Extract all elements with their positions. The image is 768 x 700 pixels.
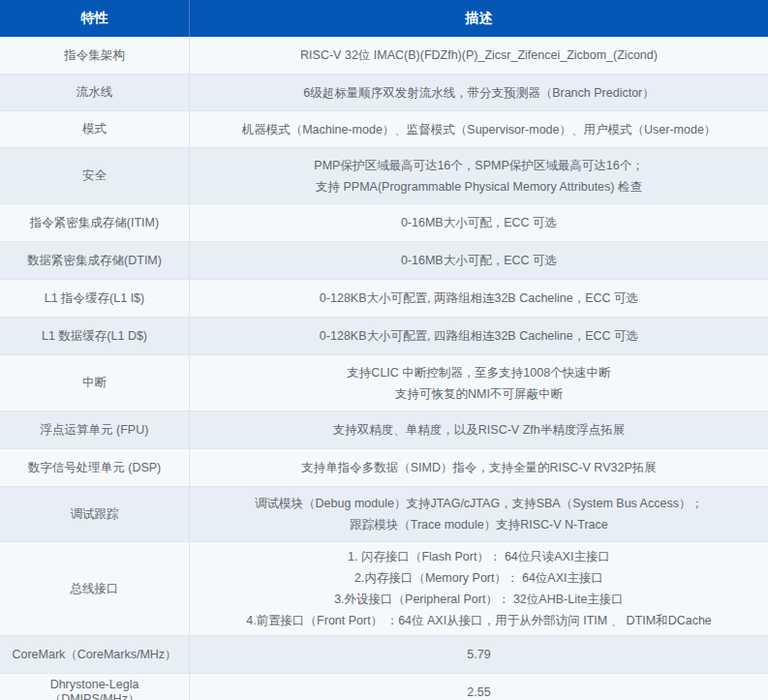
table-row: L1 指令缓存(L1 I$) 0-128KB大小可配置, 两路组相连32B Ca… bbox=[0, 280, 768, 318]
description-cell: PMP保护区域最高可达16个，SPMP保护区域最高可达16个；支持 PPMA(P… bbox=[190, 148, 768, 203]
feature-cell: Dhrystone-Legla（DMIPS/MHz） bbox=[0, 674, 190, 700]
description-line: 3.外设接口（Peripheral Port）： 32位AHB-Lite主接口 bbox=[334, 589, 624, 610]
description-cell: 0-128KB大小可配置, 两路组相连32B Cacheline，ECC 可选 bbox=[190, 280, 768, 317]
description-line: 支持单指令多数据（SIMD）指令，支持全量的RISC-V RV32P拓展 bbox=[301, 457, 656, 478]
description-line: 2.内存接口（Memory Port）： 64位AXI主接口 bbox=[354, 567, 603, 589]
table-row: 数字信号处理单元 (DSP) 支持单指令多数据（SIMD）指令，支持全量的RIS… bbox=[0, 449, 768, 487]
description-line: 0-128KB大小可配置, 两路组相连32B Cacheline，ECC 可选 bbox=[320, 288, 638, 309]
description-cell: 调试模块（Debug module）支持JTAG/cJTAG，支持SBA（Sys… bbox=[190, 487, 768, 541]
table-body: 指令集架构 RISC-V 32位 IMAC(B)(FDZfh)(P)_Zicsr… bbox=[0, 37, 768, 700]
feature-cell: 模式 bbox=[0, 111, 190, 147]
description-line: 0-16MB大小可配，ECC 可选 bbox=[401, 250, 557, 271]
feature-cell: 中断 bbox=[0, 355, 190, 411]
description-line: 0-128KB大小可配置, 四路组相连32B Cacheline，ECC 可选 bbox=[320, 325, 638, 347]
feature-cell: 安全 bbox=[0, 148, 190, 203]
description-cell: 支持CLIC 中断控制器，至多支持1008个快速中断支持可恢复的NMI不可屏蔽中… bbox=[190, 355, 768, 411]
feature-cell: 数字信号处理单元 (DSP) bbox=[0, 449, 190, 486]
feature-cell: 指令紧密集成存储(ITIM) bbox=[0, 204, 190, 241]
description-cell: 1. 闪存接口（Flash Port）： 64位只读AXI主接口2.内存接口（M… bbox=[190, 542, 768, 635]
table-row: 指令集架构 RISC-V 32位 IMAC(B)(FDZfh)(P)_Zicsr… bbox=[0, 37, 768, 75]
table-row: 模式 机器模式（Machine-mode）、监督模式（Supervisor-mo… bbox=[0, 111, 768, 148]
description-cell: 支持双精度、单精度，以及RISC-V Zfh半精度浮点拓展 bbox=[190, 411, 768, 448]
description-line: 4.前置接口（Front Port） ：64位 AXI从接口，用于从外部访问 I… bbox=[246, 610, 712, 631]
feature-cell: 指令集架构 bbox=[0, 37, 190, 74]
description-cell: 0-16MB大小可配，ECC 可选 bbox=[190, 242, 768, 279]
table-row: 浮点运算单元 (FPU) 支持双精度、单精度，以及RISC-V Zfh半精度浮点… bbox=[0, 411, 768, 449]
table-header-row: 特性 描述 bbox=[0, 0, 768, 37]
table-row: 安全 PMP保护区域最高可达16个，SPMP保护区域最高可达16个；支持 PPM… bbox=[0, 148, 768, 204]
description-cell: 0-128KB大小可配置, 四路组相连32B Cacheline，ECC 可选 bbox=[190, 318, 768, 354]
description-line: 跟踪模块（Trace module）支持RISC-V N-Trace bbox=[350, 514, 607, 535]
description-cell: 机器模式（Machine-mode）、监督模式（Supervisor-mode）… bbox=[190, 111, 768, 147]
description-line: RISC-V 32位 IMAC(B)(FDZfh)(P)_Zicsr_Zifen… bbox=[300, 45, 658, 66]
table-row: 调试跟踪 调试模块（Debug module）支持JTAG/cJTAG，支持SB… bbox=[0, 487, 768, 542]
header-feature-cell: 特性 bbox=[0, 0, 190, 37]
feature-cell: 总线接口 bbox=[0, 542, 190, 635]
description-line: 支持CLIC 中断控制器，至多支持1008个快速中断 bbox=[347, 362, 610, 383]
table-row: 数据紧密集成存储(DTIM) 0-16MB大小可配，ECC 可选 bbox=[0, 242, 768, 280]
description-cell: RISC-V 32位 IMAC(B)(FDZfh)(P)_Zicsr_Zifen… bbox=[190, 37, 768, 74]
description-line: 2.55 bbox=[467, 682, 490, 700]
description-cell: 5.79 bbox=[190, 636, 768, 673]
feature-cell: 浮点运算单元 (FPU) bbox=[0, 411, 190, 448]
description-line: PMP保护区域最高可达16个，SPMP保护区域最高可达16个； bbox=[314, 155, 643, 176]
table-row: CoreMark（CoreMarks/MHz） 5.79 bbox=[0, 636, 768, 674]
description-line: 6级超标量顺序双发射流水线，带分支预测器（Branch Predictor） bbox=[303, 82, 655, 104]
feature-cell: L1 数据缓存(L1 D$) bbox=[0, 318, 190, 354]
feature-cell: L1 指令缓存(L1 I$) bbox=[0, 280, 190, 317]
description-cell: 2.55 bbox=[190, 674, 768, 700]
feature-cell: CoreMark（CoreMarks/MHz） bbox=[0, 636, 190, 673]
spec-table: 特性 描述 指令集架构 RISC-V 32位 IMAC(B)(FDZfh)(P)… bbox=[0, 0, 768, 700]
description-line: 支持可恢复的NMI不可屏蔽中断 bbox=[395, 383, 563, 405]
description-cell: 支持单指令多数据（SIMD）指令，支持全量的RISC-V RV32P拓展 bbox=[190, 449, 768, 486]
description-line: 支持双精度、单精度，以及RISC-V Zfh半精度浮点拓展 bbox=[333, 419, 625, 441]
description-line: 0-16MB大小可配，ECC 可选 bbox=[401, 212, 557, 233]
feature-cell: 数据紧密集成存储(DTIM) bbox=[0, 242, 190, 279]
table-row: L1 数据缓存(L1 D$) 0-128KB大小可配置, 四路组相连32B Ca… bbox=[0, 318, 768, 355]
table-row: 流水线 6级超标量顺序双发射流水线，带分支预测器（Branch Predicto… bbox=[0, 75, 768, 111]
table-row: 中断 支持CLIC 中断控制器，至多支持1008个快速中断支持可恢复的NMI不可… bbox=[0, 355, 768, 411]
header-description-cell: 描述 bbox=[190, 0, 768, 37]
description-line: 5.79 bbox=[467, 644, 490, 665]
table-row: 指令紧密集成存储(ITIM) 0-16MB大小可配，ECC 可选 bbox=[0, 204, 768, 242]
description-line: 1. 闪存接口（Flash Port）： 64位只读AXI主接口 bbox=[348, 546, 610, 567]
table-row: 总线接口 1. 闪存接口（Flash Port）： 64位只读AXI主接口2.内… bbox=[0, 542, 768, 636]
description-line: 支持 PPMA(Programmable Physical Memory Att… bbox=[316, 176, 642, 198]
feature-cell: 调试跟踪 bbox=[0, 487, 190, 541]
description-cell: 6级超标量顺序双发射流水线，带分支预测器（Branch Predictor） bbox=[190, 75, 768, 110]
description-line: 调试模块（Debug module）支持JTAG/cJTAG，支持SBA（Sys… bbox=[255, 493, 703, 514]
description-line: 机器模式（Machine-mode）、监督模式（Supervisor-mode）… bbox=[242, 119, 717, 140]
table-row: Dhrystone-Legla（DMIPS/MHz） 2.55 bbox=[0, 674, 768, 700]
description-cell: 0-16MB大小可配，ECC 可选 bbox=[190, 204, 768, 241]
feature-cell: 流水线 bbox=[0, 75, 190, 110]
